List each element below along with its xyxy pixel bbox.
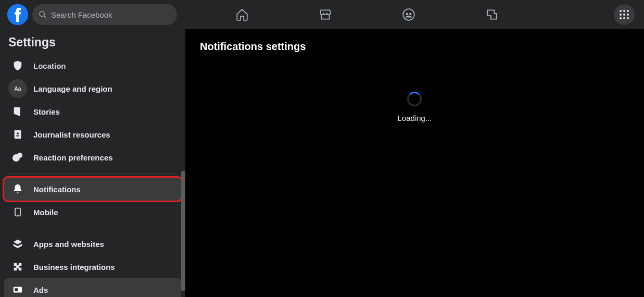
sidebar-item-language[interactable]: Aa Language and region bbox=[4, 77, 181, 100]
sidebar-item-label: Language and region bbox=[33, 84, 112, 93]
svg-line-2 bbox=[44, 16, 46, 18]
settings-sidebar: Settings Location Aa Language and region… bbox=[0, 29, 185, 297]
sidebar-item-reactions[interactable]: Reaction preferences bbox=[4, 146, 181, 169]
sidebar-title: Settings bbox=[0, 29, 185, 54]
sidebar-item-label: Notifications bbox=[33, 185, 81, 194]
loading-text: Loading... bbox=[398, 114, 432, 122]
puzzle-icon bbox=[8, 257, 27, 276]
loading-indicator: Loading... bbox=[398, 92, 432, 122]
svg-point-1 bbox=[40, 11, 44, 16]
sidebar-item-label: Reaction preferences bbox=[33, 153, 113, 162]
search-icon bbox=[39, 10, 47, 19]
search-input[interactable]: Search Facebook bbox=[32, 4, 177, 25]
scrollbar-thumb[interactable] bbox=[181, 171, 185, 291]
sidebar-item-business[interactable]: Business integrations bbox=[4, 255, 181, 278]
sidebar-item-journalist[interactable]: Journalist resources bbox=[4, 123, 181, 146]
badge-icon bbox=[8, 125, 27, 144]
marketplace-icon bbox=[319, 8, 332, 21]
shield-icon bbox=[8, 56, 27, 75]
ads-icon bbox=[8, 280, 27, 297]
sidebar-item-label: Apps and websites bbox=[33, 240, 104, 249]
sidebar-item-apps[interactable]: Apps and websites bbox=[4, 232, 181, 255]
facebook-logo[interactable] bbox=[7, 4, 28, 25]
svg-rect-9 bbox=[16, 135, 19, 137]
gaming-icon bbox=[485, 8, 499, 21]
svg-point-4 bbox=[406, 13, 408, 15]
search-placeholder: Search Facebook bbox=[51, 10, 112, 19]
sidebar-item-location[interactable]: Location bbox=[4, 54, 181, 77]
separator bbox=[8, 173, 177, 174]
sidebar-item-label: Stories bbox=[33, 107, 60, 116]
home-icon bbox=[235, 8, 249, 21]
separator bbox=[8, 228, 177, 228]
svg-point-3 bbox=[403, 9, 414, 20]
groups-icon bbox=[402, 8, 415, 21]
bell-icon bbox=[8, 180, 27, 199]
stories-icon bbox=[8, 102, 27, 121]
grid-icon bbox=[620, 10, 629, 19]
svg-point-5 bbox=[409, 13, 411, 15]
reactions-icon bbox=[8, 148, 27, 167]
apps-icon bbox=[8, 234, 27, 253]
sidebar-item-label: Location bbox=[33, 61, 66, 70]
nav-gaming[interactable] bbox=[469, 0, 515, 29]
page-title: Notifications settings bbox=[200, 41, 629, 53]
spinner-icon bbox=[407, 92, 422, 106]
sidebar-item-ads[interactable]: Ads bbox=[4, 278, 181, 297]
language-icon: Aa bbox=[8, 79, 27, 98]
topbar: Search Facebook bbox=[0, 0, 644, 29]
nav-groups[interactable] bbox=[385, 0, 432, 29]
sidebar-item-label: Mobile bbox=[33, 208, 58, 217]
top-navigation bbox=[219, 0, 515, 29]
sidebar-item-stories[interactable]: Stories bbox=[4, 100, 181, 123]
menu-button[interactable] bbox=[614, 4, 635, 25]
nav-marketplace[interactable] bbox=[302, 0, 349, 29]
svg-rect-15 bbox=[15, 288, 18, 291]
sidebar-item-label: Journalist resources bbox=[33, 130, 110, 139]
main-content: Notifications settings Loading... bbox=[185, 29, 644, 297]
svg-text:Aa: Aa bbox=[15, 86, 21, 92]
svg-point-11 bbox=[17, 153, 22, 158]
mobile-icon bbox=[8, 203, 27, 221]
nav-home[interactable] bbox=[219, 0, 266, 29]
sidebar-item-label: Business integrations bbox=[33, 263, 115, 271]
sidebar-item-notifications[interactable]: Notifications bbox=[4, 178, 181, 201]
svg-point-8 bbox=[17, 132, 19, 134]
sidebar-item-label: Ads bbox=[33, 286, 48, 294]
sidebar-item-mobile[interactable]: Mobile bbox=[4, 201, 181, 224]
